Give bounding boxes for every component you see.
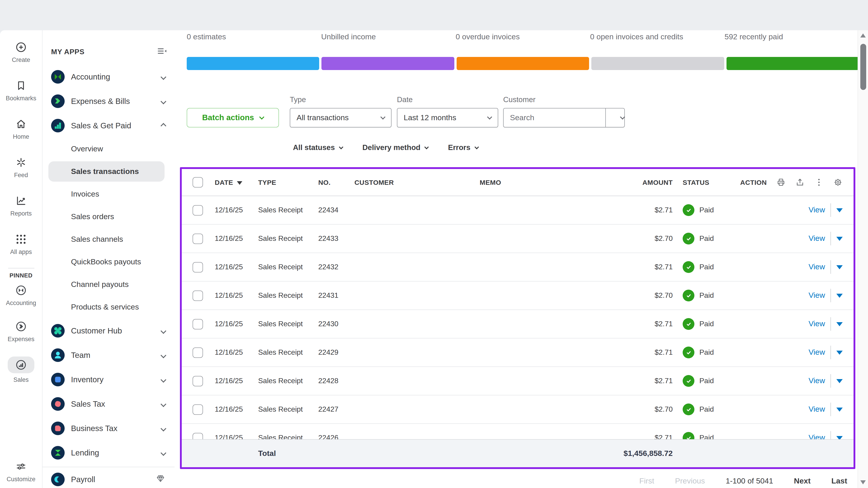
- money-bar-segment[interactable]: [322, 57, 454, 70]
- amount-column-header[interactable]: AMOUNT: [610, 178, 673, 186]
- view-dropdown-caret[interactable]: [836, 408, 843, 412]
- vertical-scrollbar[interactable]: [858, 30, 868, 488]
- pagination-first[interactable]: First: [639, 477, 654, 486]
- date-column-header[interactable]: DATE: [215, 178, 258, 186]
- filter-chip-delivery-method[interactable]: Delivery method: [362, 143, 428, 152]
- view-link[interactable]: View: [809, 205, 825, 215]
- row-checkbox[interactable]: [193, 262, 203, 272]
- sidebar-item-channel-payouts[interactable]: Channel payouts: [49, 273, 164, 296]
- batch-actions-button[interactable]: Batch actions: [187, 108, 279, 127]
- rail-item-bookmarks[interactable]: Bookmarks: [0, 75, 42, 113]
- table-row: 12/16/25Sales Receipt22429$2.71PaidView: [182, 338, 854, 367]
- sidebar-app-sales-tax[interactable]: Sales Tax: [51, 392, 167, 416]
- row-checkbox[interactable]: [193, 347, 203, 358]
- more-options-icon[interactable]: [814, 177, 824, 187]
- checkbox-cell: [193, 262, 215, 272]
- customer-filter-label: Customer: [503, 95, 535, 104]
- view-dropdown-caret[interactable]: [836, 436, 843, 439]
- row-checkbox[interactable]: [193, 433, 203, 439]
- sidebar-item-invoices[interactable]: Invoices: [49, 183, 164, 205]
- no-column-header[interactable]: NO.: [318, 178, 354, 186]
- row-checkbox[interactable]: [193, 319, 203, 329]
- view-dropdown-caret[interactable]: [836, 236, 843, 240]
- sidebar-app-expenses-bills[interactable]: Expenses & Bills: [51, 89, 167, 113]
- pagination-previous[interactable]: Previous: [675, 477, 705, 486]
- status-column-header[interactable]: STATUS: [673, 178, 741, 186]
- scroll-down-arrow-icon[interactable]: [860, 480, 866, 484]
- view-link[interactable]: View: [809, 433, 825, 439]
- rail-item-pinned-expenses[interactable]: Expenses: [0, 320, 42, 356]
- sidebar-item-sales-orders[interactable]: Sales orders: [49, 205, 164, 228]
- sidebar-item-products-services[interactable]: Products & services: [49, 296, 164, 319]
- app-label: Inventory: [71, 375, 103, 384]
- view-dropdown-caret[interactable]: [836, 379, 843, 383]
- money-bar-segment[interactable]: [726, 57, 859, 70]
- filter-chip-errors[interactable]: Errors: [448, 143, 478, 152]
- money-bar-segment[interactable]: [457, 57, 589, 70]
- chip-label: Errors: [448, 143, 470, 152]
- collapse-panel-icon[interactable]: [156, 46, 167, 58]
- row-checkbox[interactable]: [193, 290, 203, 301]
- sidebar-app-accounting[interactable]: Accounting: [51, 65, 167, 89]
- sidebar-app-sales-get-paid[interactable]: Sales & Get Paid: [51, 113, 167, 138]
- cell-date: 12/16/25: [215, 434, 258, 439]
- sidebar-app-customer-hub[interactable]: Customer Hub: [51, 319, 167, 343]
- view-dropdown-caret[interactable]: [836, 350, 843, 355]
- export-icon[interactable]: [795, 177, 805, 187]
- customer-search-combo[interactable]: Search: [503, 108, 625, 127]
- sidebar-app-inventory[interactable]: Inventory: [51, 367, 167, 392]
- view-link[interactable]: View: [809, 377, 825, 385]
- filter-chip-all-statuses[interactable]: All statuses: [293, 143, 342, 152]
- view-dropdown-caret[interactable]: [836, 208, 843, 212]
- paid-check-icon: [683, 318, 694, 330]
- view-link[interactable]: View: [809, 234, 825, 243]
- cell-no: 22431: [318, 291, 354, 300]
- row-checkbox[interactable]: [193, 233, 203, 244]
- gear-icon[interactable]: [833, 177, 843, 187]
- app-shell: CreateBookmarksHomeFeedReportsAll appsPI…: [0, 30, 868, 488]
- payroll-icon: [51, 473, 65, 486]
- date-select[interactable]: Last 12 months: [397, 108, 498, 127]
- rail-item-home[interactable]: Home: [0, 113, 42, 152]
- type-column-header[interactable]: TYPE: [258, 178, 318, 186]
- select-all-checkbox[interactable]: [193, 177, 203, 188]
- sidebar-item-sales-transactions[interactable]: Sales transactions: [49, 161, 164, 182]
- money-bar-segment[interactable]: [591, 57, 724, 70]
- view-dropdown-caret[interactable]: [836, 293, 843, 297]
- rail-item-reports[interactable]: Reports: [0, 190, 42, 229]
- scroll-up-arrow-icon[interactable]: [860, 33, 866, 37]
- sidebar-app-payroll[interactable]: Payroll: [51, 467, 167, 488]
- money-bar-segment[interactable]: [187, 57, 319, 70]
- view-link[interactable]: View: [809, 263, 825, 271]
- view-link[interactable]: View: [809, 291, 825, 300]
- view-dropdown-caret[interactable]: [836, 265, 843, 269]
- print-icon[interactable]: [776, 177, 786, 187]
- customer-column-header[interactable]: CUSTOMER: [354, 178, 480, 186]
- status-label: Paid: [700, 377, 714, 385]
- rail-item-all-apps[interactable]: All apps: [0, 229, 42, 267]
- view-dropdown-caret[interactable]: [836, 322, 843, 326]
- pagination-next[interactable]: Next: [794, 477, 811, 486]
- row-checkbox[interactable]: [193, 205, 203, 215]
- rail-item-pinned-sales[interactable]: Sales: [0, 356, 42, 392]
- rail-item-customize[interactable]: Customize: [0, 460, 42, 483]
- scrollbar-thumb[interactable]: [860, 44, 866, 90]
- memo-column-header[interactable]: MEMO: [480, 178, 610, 186]
- sidebar-item-overview[interactable]: Overview: [49, 138, 164, 160]
- view-link[interactable]: View: [809, 320, 825, 328]
- rail-item-create[interactable]: Create: [0, 37, 42, 75]
- sidebar-item-quickbooks-payouts[interactable]: QuickBooks payouts: [49, 251, 164, 273]
- pagination-last[interactable]: Last: [831, 477, 847, 486]
- rail-item-feed[interactable]: Feed: [0, 152, 42, 190]
- row-checkbox[interactable]: [193, 404, 203, 415]
- view-link[interactable]: View: [809, 348, 825, 357]
- row-checkbox[interactable]: [193, 376, 203, 386]
- rail-item-pinned-accounting[interactable]: Accounting: [0, 283, 42, 320]
- sidebar-app-team[interactable]: Team: [51, 343, 167, 367]
- sidebar-app-business-tax[interactable]: Business Tax: [51, 416, 167, 441]
- customer-combo-caret[interactable]: [605, 108, 624, 127]
- type-select[interactable]: All transactions: [290, 108, 392, 127]
- sidebar-item-sales-channels[interactable]: Sales channels: [49, 228, 164, 251]
- view-link[interactable]: View: [809, 405, 825, 414]
- sidebar-app-lending[interactable]: Lending: [51, 441, 167, 465]
